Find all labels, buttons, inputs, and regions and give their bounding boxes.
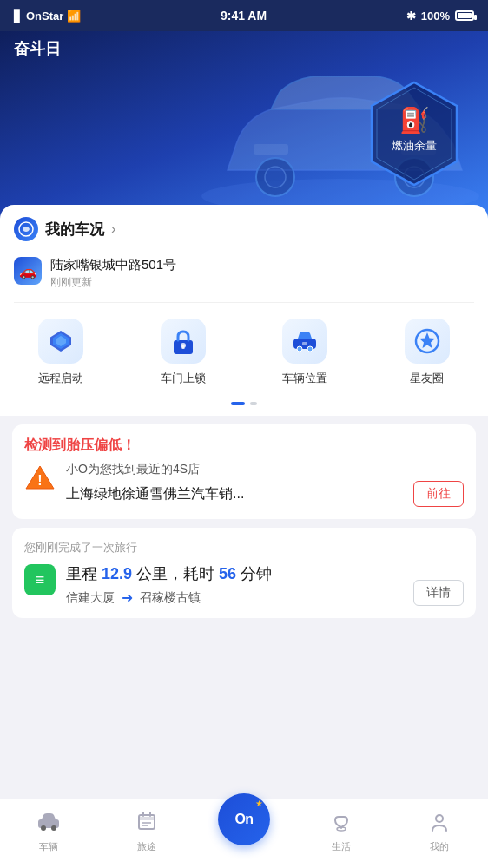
trip-stats: 里程 12.9 公里，耗时 56 分钟	[66, 564, 403, 584]
location-row: 🚗 陆家嘴银城中路501号 刚刚更新	[14, 248, 474, 303]
trip-from: 信建大厦	[66, 590, 115, 606]
action-remote-start[interactable]: 远程启动	[38, 319, 83, 386]
life-tab-label: 生活	[332, 840, 351, 853]
vehicle-tab-label: 车辆	[39, 840, 58, 853]
warning-icon: !	[24, 462, 56, 493]
svg-rect-6	[254, 144, 288, 155]
vehicle-status-section: 我的车况 › 🚗 陆家嘴银城中路501号 刚刚更新	[0, 205, 488, 303]
svg-point-26	[41, 825, 46, 831]
life-tab-icon	[331, 812, 352, 838]
trip-body: ≡ 里程 12.9 公里，耗时 56 分钟 信建大厦 ➜ 召稼楼古镇 详情	[24, 564, 464, 606]
alert-text-area: 小O为您找到最近的4S店 上海绿地徐通雪佛兰汽车销... 前往	[66, 462, 464, 507]
app-title-bar: 奋斗日	[0, 31, 488, 66]
on-button[interactable]: On ★	[218, 793, 270, 845]
alert-card: 检测到胎压偏低！ ! 小O为您找到最近的4S店 上海绿地徐通雪佛兰汽车销... …	[12, 424, 476, 519]
tab-on[interactable]: On ★	[195, 811, 293, 849]
wifi-icon: 📶	[67, 10, 81, 23]
star-circle-icon-wrap	[405, 319, 450, 364]
status-bar: ▋ OnStar 📶 9:41 AM ✱ 100%	[0, 0, 488, 31]
my-car-title: 我的车况	[45, 220, 104, 240]
svg-rect-29	[139, 817, 155, 820]
vehicle-location-icon-wrap	[282, 319, 327, 364]
fuel-widget[interactable]: ⛽ 燃油余量	[366, 79, 462, 188]
mine-tab-icon	[429, 812, 450, 838]
on-label: On	[234, 812, 253, 827]
pagination-dots	[0, 395, 488, 416]
alert-description: 小O为您找到最近的4S店	[66, 462, 464, 477]
lock-door-label: 车门上锁	[161, 371, 206, 386]
remote-start-label: 远程启动	[38, 371, 83, 386]
app-title: 奋斗日	[14, 40, 61, 57]
car-location-icon: 🚗	[19, 263, 36, 279]
goto-button[interactable]: 前往	[413, 481, 464, 507]
status-right: ✱ 100%	[406, 10, 474, 23]
trip-tab-icon	[136, 812, 157, 838]
trip-icon: ≡	[36, 571, 45, 589]
trip-to: 召稼楼古镇	[140, 590, 201, 606]
svg-marker-22	[419, 332, 435, 348]
svg-point-19	[307, 346, 313, 352]
my-car-row[interactable]: 我的车况 ›	[14, 217, 474, 241]
mine-tab-label: 我的	[430, 840, 449, 853]
svg-rect-16	[181, 345, 184, 349]
trip-route: 信建大厦 ➜ 召稼楼古镇	[66, 589, 403, 606]
detail-button[interactable]: 详情	[413, 580, 464, 606]
signal-icon: ▋	[14, 10, 23, 23]
lock-door-icon-wrap	[161, 319, 206, 364]
quick-actions: 远程启动 车门上锁 车辆位置	[0, 303, 488, 395]
on-star-icon: ★	[255, 799, 263, 808]
trip-icon-wrap: ≡	[24, 564, 56, 595]
action-star-circle[interactable]: 星友圈	[405, 319, 450, 386]
alert-title: 检测到胎压偏低！	[24, 437, 464, 455]
trip-tab-label: 旅途	[137, 840, 156, 853]
svg-point-27	[51, 825, 56, 831]
action-vehicle-location[interactable]: 车辆位置	[282, 319, 327, 386]
trip-arrow-icon: ➜	[122, 589, 133, 606]
trip-distance: 12.9	[102, 565, 132, 582]
alert-location-row: 上海绿地徐通雪佛兰汽车销... 前往	[66, 481, 464, 507]
svg-point-18	[297, 346, 302, 352]
trip-header: 您刚刚完成了一次旅行	[24, 540, 464, 556]
remote-start-icon-wrap	[38, 319, 83, 364]
tab-trip[interactable]: 旅途	[97, 806, 195, 853]
tab-vehicle[interactable]: 车辆	[0, 806, 97, 853]
alert-body: ! 小O为您找到最近的4S店 上海绿地徐通雪佛兰汽车销... 前往	[24, 462, 464, 507]
action-lock-door[interactable]: 车门上锁	[161, 319, 206, 386]
fuel-pump-icon: ⛽	[399, 106, 430, 135]
dot-2	[250, 402, 257, 405]
battery-icon	[455, 10, 474, 21]
location-icon-wrap: 🚗	[14, 257, 42, 285]
location-address: 陆家嘴银城中路501号	[50, 257, 474, 273]
dot-1	[231, 402, 245, 405]
alert-shop-name: 上海绿地徐通雪佛兰汽车销...	[66, 485, 244, 503]
status-carrier: ▋ OnStar 📶	[14, 10, 81, 23]
trip-text-area: 里程 12.9 公里，耗时 56 分钟 信建大厦 ➜ 召稼楼古镇	[66, 564, 403, 606]
trip-card: 您刚刚完成了一次旅行 ≡ 里程 12.9 公里，耗时 56 分钟 信建大厦 ➜ …	[12, 528, 476, 618]
chevron-right-icon: ›	[111, 221, 115, 237]
location-text: 陆家嘴银城中路501号 刚刚更新	[50, 257, 474, 290]
svg-point-34	[436, 815, 443, 822]
main-content: 检测到胎压偏低！ ! 小O为您找到最近的4S店 上海绿地徐通雪佛兰汽车销... …	[0, 416, 488, 627]
svg-text:!: !	[37, 473, 42, 488]
location-time: 刚刚更新	[50, 275, 474, 290]
fuel-label: 燃油余量	[392, 138, 437, 154]
tab-life[interactable]: 生活	[293, 806, 390, 853]
tab-mine[interactable]: 我的	[391, 806, 488, 853]
trip-duration: 56	[219, 565, 236, 582]
tab-bar: 车辆 旅途 On ★ 生活	[0, 799, 488, 868]
vehicle-location-label: 车辆位置	[282, 371, 327, 386]
hero-section: 奋斗日 ⛽ 燃油余量	[0, 31, 488, 222]
fuel-content: ⛽ 燃油余量	[392, 106, 437, 154]
status-time: 9:41 AM	[221, 9, 267, 23]
bluetooth-icon: ✱	[406, 10, 416, 23]
svg-rect-20	[302, 342, 307, 345]
star-circle-label: 星友圈	[410, 371, 444, 386]
buick-logo	[14, 217, 38, 241]
vehicle-tab-icon	[37, 812, 60, 838]
